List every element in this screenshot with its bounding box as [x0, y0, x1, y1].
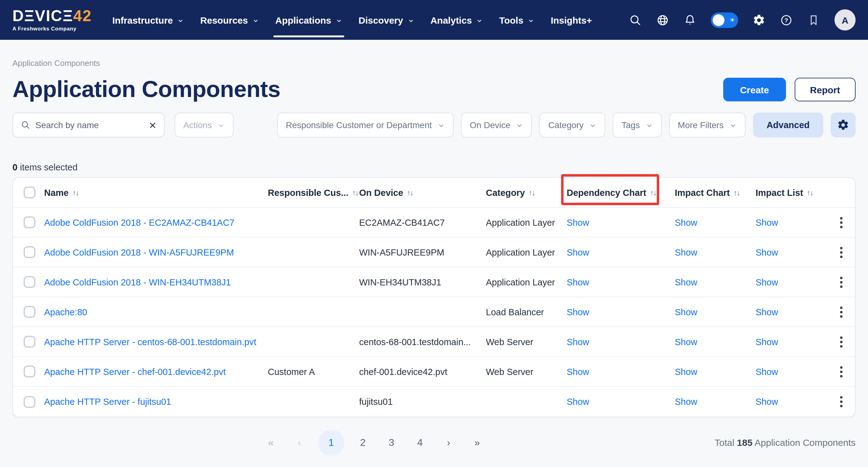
- cell-name[interactable]: Apache HTTP Server - fujitsu01: [44, 397, 268, 407]
- cell-dependency-chart[interactable]: Show: [567, 307, 675, 317]
- filter-responsible-customer-or-department[interactable]: Responsible Customer or Department: [277, 113, 454, 138]
- cell-dependency-chart[interactable]: Show: [567, 277, 675, 287]
- row-menu-button[interactable]: [835, 273, 847, 291]
- row-menu-button[interactable]: [835, 303, 847, 321]
- sort-icon[interactable]: ↑↓: [407, 188, 413, 197]
- column-header-dependency-chart[interactable]: Dependency Chart↑↓: [567, 187, 675, 198]
- clear-search-icon[interactable]: ✕: [149, 120, 157, 130]
- column-header-responsible-cus[interactable]: Responsible Cus...↑↓: [268, 187, 359, 198]
- avatar[interactable]: A: [834, 9, 856, 30]
- filter-label: Tags: [621, 120, 640, 130]
- pagination-page-3[interactable]: 3: [381, 430, 401, 456]
- cell-name[interactable]: Adobe ColdFusion 2018 - EC2AMAZ-CB41AC7: [44, 217, 268, 227]
- table-row: Adobe ColdFusion 2018 - WIN-EH34UTM38J1W…: [13, 267, 855, 297]
- search-icon[interactable]: [629, 13, 642, 26]
- column-header-impact-chart[interactable]: Impact Chart↑↓: [675, 187, 755, 198]
- cell-name[interactable]: Adobe ColdFusion 2018 - WIN-EH34UTM38J1: [44, 277, 268, 287]
- cell-dependency-chart[interactable]: Show: [567, 337, 675, 347]
- cell-impact-chart[interactable]: Show: [675, 307, 755, 317]
- filter-on-device[interactable]: On Device: [461, 113, 532, 138]
- actions-dropdown[interactable]: Actions: [175, 113, 234, 138]
- nav-item-infrastructure[interactable]: Infrastructure: [104, 0, 192, 40]
- row-checkbox[interactable]: [24, 396, 35, 408]
- filter-tags[interactable]: Tags: [613, 113, 661, 138]
- create-button[interactable]: Create: [723, 78, 786, 101]
- pagination-page-2[interactable]: 2: [353, 430, 373, 456]
- selection-count: 0: [12, 162, 18, 172]
- chevron-down-icon: [252, 17, 259, 24]
- breadcrumb[interactable]: Application Components: [12, 58, 856, 68]
- table-row: Apache HTTP Server - chef-001.device42.p…: [13, 357, 855, 387]
- column-header-category[interactable]: Category↑↓: [486, 187, 567, 198]
- row-checkbox[interactable]: [24, 246, 35, 258]
- cell-impact-list[interactable]: Show: [755, 337, 827, 347]
- sort-icon[interactable]: ↑↓: [734, 188, 740, 197]
- row-menu-button[interactable]: [835, 393, 847, 410]
- filter-label: Category: [548, 120, 584, 130]
- sort-icon[interactable]: ↑↓: [352, 188, 358, 197]
- row-menu-button[interactable]: [835, 213, 847, 231]
- bookmark-icon[interactable]: [807, 13, 820, 26]
- table-settings-button[interactable]: [831, 113, 856, 138]
- cell-impact-chart[interactable]: Show: [675, 397, 755, 407]
- cell-impact-chart[interactable]: Show: [675, 247, 755, 257]
- column-header-name[interactable]: Name↑↓: [44, 187, 268, 198]
- cell-impact-chart[interactable]: Show: [675, 367, 755, 377]
- select-all-checkbox[interactable]: [24, 186, 35, 198]
- filter-category[interactable]: Category: [539, 113, 606, 138]
- pagination-page-4[interactable]: 4: [410, 430, 430, 456]
- cell-impact-list[interactable]: Show: [755, 397, 827, 407]
- row-menu-button[interactable]: [835, 333, 847, 350]
- row-checkbox[interactable]: [24, 336, 35, 348]
- filter-more-filters[interactable]: More Filters: [669, 113, 746, 138]
- row-menu-button[interactable]: [835, 363, 847, 380]
- nav-item-applications[interactable]: Applications: [267, 0, 350, 40]
- cell-impact-list[interactable]: Show: [755, 367, 827, 377]
- sort-icon[interactable]: ↑↓: [529, 188, 535, 197]
- help-icon[interactable]: ?: [780, 13, 793, 26]
- globe-icon[interactable]: [656, 13, 669, 26]
- row-checkbox[interactable]: [24, 216, 35, 228]
- advanced-button[interactable]: Advanced: [753, 113, 823, 138]
- sort-icon[interactable]: ↑↓: [807, 188, 813, 197]
- cell-name[interactable]: Apache HTTP Server - centos-68-001.testd…: [44, 337, 268, 347]
- cell-impact-list[interactable]: Show: [755, 217, 827, 227]
- cell-dependency-chart[interactable]: Show: [567, 367, 675, 377]
- device42-logo[interactable]: DΞVICΞ42 A Freshworks Company: [12, 8, 92, 32]
- cell-name[interactable]: Apache HTTP Server - chef-001.device42.p…: [44, 367, 268, 377]
- nav-item-resources[interactable]: Resources: [192, 0, 267, 40]
- cell-impact-list[interactable]: Show: [755, 277, 827, 287]
- nav-item-tools[interactable]: Tools: [491, 0, 543, 40]
- column-header-on-device[interactable]: On Device↑↓: [359, 187, 486, 198]
- pagination-next[interactable]: ›: [439, 430, 459, 456]
- cell-impact-list[interactable]: Show: [755, 307, 827, 317]
- notifications-icon[interactable]: [683, 13, 696, 26]
- pagination-first[interactable]: «: [261, 430, 281, 456]
- nav-item-insights[interactable]: Insights+: [543, 0, 600, 40]
- cell-impact-list[interactable]: Show: [755, 247, 827, 257]
- column-header-impact-list[interactable]: Impact List↑↓: [755, 187, 827, 198]
- settings-icon[interactable]: [752, 13, 766, 26]
- nav-item-discovery[interactable]: Discovery: [350, 0, 422, 40]
- pagination-last[interactable]: »: [467, 430, 487, 456]
- row-checkbox[interactable]: [24, 276, 35, 288]
- sort-icon[interactable]: ↑↓: [72, 188, 79, 197]
- nav-item-analytics[interactable]: Analytics: [422, 0, 491, 40]
- pagination-page-1[interactable]: 1: [318, 430, 344, 456]
- cell-dependency-chart[interactable]: Show: [567, 247, 675, 257]
- row-checkbox[interactable]: [24, 306, 35, 318]
- row-menu-button[interactable]: [835, 243, 847, 261]
- sort-icon[interactable]: ↑↓: [650, 188, 656, 197]
- pagination-previous[interactable]: ‹: [289, 430, 309, 456]
- cell-impact-chart[interactable]: Show: [675, 337, 755, 347]
- cell-name[interactable]: Apache:80: [44, 307, 268, 317]
- row-checkbox[interactable]: [24, 366, 35, 377]
- cell-impact-chart[interactable]: Show: [675, 217, 755, 227]
- search-input[interactable]: [35, 120, 144, 130]
- cell-impact-chart[interactable]: Show: [675, 277, 755, 287]
- cell-dependency-chart[interactable]: Show: [567, 397, 675, 407]
- cell-name[interactable]: Adobe ColdFusion 2018 - WIN-A5FUJREE9PM: [44, 247, 268, 257]
- cell-dependency-chart[interactable]: Show: [567, 217, 675, 227]
- report-button[interactable]: Report: [794, 78, 856, 101]
- theme-toggle[interactable]: ☀: [711, 12, 738, 28]
